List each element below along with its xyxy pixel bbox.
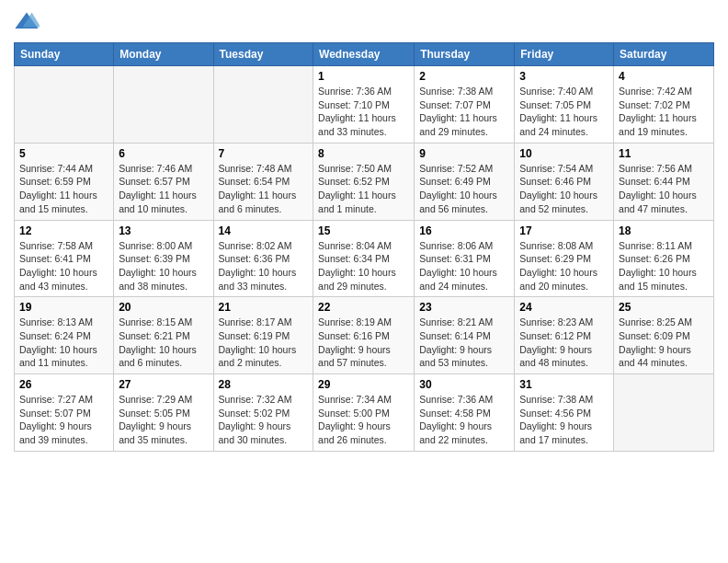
calendar-cell: 18Sunrise: 8:11 AM Sunset: 6:26 PM Dayli… [614,220,714,297]
calendar-cell: 5Sunrise: 7:44 AM Sunset: 6:59 PM Daylig… [15,143,114,220]
day-number: 2 [419,70,509,83]
logo [14,9,43,35]
calendar-cell: 25Sunrise: 8:25 AM Sunset: 6:09 PM Dayli… [614,297,714,374]
calendar-cell: 6Sunrise: 7:46 AM Sunset: 6:57 PM Daylig… [114,143,213,220]
calendar-cell: 15Sunrise: 8:04 AM Sunset: 6:34 PM Dayli… [313,220,415,297]
day-info: Sunrise: 8:23 AM Sunset: 6:12 PM Dayligh… [519,316,609,370]
day-info: Sunrise: 7:46 AM Sunset: 6:57 PM Dayligh… [119,162,208,216]
calendar-cell: 22Sunrise: 8:19 AM Sunset: 6:16 PM Dayli… [313,297,415,374]
day-info: Sunrise: 7:32 AM Sunset: 5:02 PM Dayligh… [219,393,309,447]
day-number: 8 [318,147,409,160]
day-info: Sunrise: 7:38 AM Sunset: 7:07 PM Dayligh… [419,85,509,139]
calendar-header-sunday: Sunday [15,43,114,66]
day-info: Sunrise: 8:06 AM Sunset: 6:31 PM Dayligh… [419,239,509,293]
day-number: 15 [318,224,409,237]
day-info: Sunrise: 7:42 AM Sunset: 7:02 PM Dayligh… [619,85,709,139]
calendar-cell: 30Sunrise: 7:36 AM Sunset: 4:58 PM Dayli… [415,374,515,452]
day-number: 29 [318,378,409,391]
day-number: 6 [119,147,208,160]
calendar-cell: 17Sunrise: 8:08 AM Sunset: 6:29 PM Dayli… [515,220,614,297]
day-number: 25 [619,301,709,314]
day-info: Sunrise: 7:36 AM Sunset: 7:10 PM Dayligh… [318,85,409,139]
day-info: Sunrise: 7:44 AM Sunset: 6:59 PM Dayligh… [19,162,108,216]
day-number: 31 [519,378,609,391]
day-info: Sunrise: 7:27 AM Sunset: 5:07 PM Dayligh… [19,393,108,447]
day-info: Sunrise: 8:08 AM Sunset: 6:29 PM Dayligh… [519,239,609,293]
day-number: 4 [619,70,709,83]
day-info: Sunrise: 8:25 AM Sunset: 6:09 PM Dayligh… [619,316,709,370]
calendar-header-row: SundayMondayTuesdayWednesdayThursdayFrid… [15,43,714,66]
day-info: Sunrise: 7:34 AM Sunset: 5:00 PM Dayligh… [318,393,409,447]
calendar-cell: 28Sunrise: 7:32 AM Sunset: 5:02 PM Dayli… [213,374,313,452]
day-number: 1 [318,70,409,83]
calendar-header-wednesday: Wednesday [313,43,415,66]
calendar-cell: 1Sunrise: 7:36 AM Sunset: 7:10 PM Daylig… [313,66,415,144]
day-number: 19 [19,301,108,314]
calendar-week-row: 19Sunrise: 8:13 AM Sunset: 6:24 PM Dayli… [15,297,714,374]
calendar-cell: 16Sunrise: 8:06 AM Sunset: 6:31 PM Dayli… [415,220,515,297]
calendar-header-saturday: Saturday [614,43,714,66]
calendar-cell [114,66,213,144]
day-number: 30 [419,378,509,391]
day-number: 10 [519,147,609,160]
day-number: 12 [19,224,108,237]
day-info: Sunrise: 8:21 AM Sunset: 6:14 PM Dayligh… [419,316,509,370]
calendar-cell: 31Sunrise: 7:38 AM Sunset: 4:56 PM Dayli… [515,374,614,452]
calendar-cell: 29Sunrise: 7:34 AM Sunset: 5:00 PM Dayli… [313,374,415,452]
day-info: Sunrise: 8:19 AM Sunset: 6:16 PM Dayligh… [318,316,409,370]
day-info: Sunrise: 8:00 AM Sunset: 6:39 PM Dayligh… [119,239,208,293]
day-number: 24 [519,301,609,314]
calendar: SundayMondayTuesdayWednesdayThursdayFrid… [14,42,714,452]
day-info: Sunrise: 8:04 AM Sunset: 6:34 PM Dayligh… [318,239,409,293]
calendar-header-thursday: Thursday [415,43,515,66]
day-number: 16 [419,224,509,237]
day-info: Sunrise: 8:02 AM Sunset: 6:36 PM Dayligh… [219,239,309,293]
day-number: 28 [219,378,309,391]
calendar-cell: 3Sunrise: 7:40 AM Sunset: 7:05 PM Daylig… [515,66,614,144]
day-number: 21 [219,301,309,314]
calendar-cell: 4Sunrise: 7:42 AM Sunset: 7:02 PM Daylig… [614,66,714,144]
day-info: Sunrise: 7:40 AM Sunset: 7:05 PM Dayligh… [519,85,609,139]
calendar-cell: 20Sunrise: 8:15 AM Sunset: 6:21 PM Dayli… [114,297,213,374]
day-number: 11 [619,147,709,160]
day-info: Sunrise: 7:58 AM Sunset: 6:41 PM Dayligh… [19,239,108,293]
calendar-week-row: 5Sunrise: 7:44 AM Sunset: 6:59 PM Daylig… [15,143,714,220]
day-info: Sunrise: 7:36 AM Sunset: 4:58 PM Dayligh… [419,393,509,447]
day-number: 18 [619,224,709,237]
calendar-cell: 12Sunrise: 7:58 AM Sunset: 6:41 PM Dayli… [15,220,114,297]
day-number: 14 [219,224,309,237]
day-number: 7 [219,147,309,160]
header [14,9,714,35]
day-number: 5 [19,147,108,160]
calendar-week-row: 1Sunrise: 7:36 AM Sunset: 7:10 PM Daylig… [15,66,714,144]
calendar-week-row: 26Sunrise: 7:27 AM Sunset: 5:07 PM Dayli… [15,374,714,452]
logo-icon [14,9,40,35]
day-info: Sunrise: 7:56 AM Sunset: 6:44 PM Dayligh… [619,162,709,216]
page: SundayMondayTuesdayWednesdayThursdayFrid… [0,0,728,461]
day-info: Sunrise: 7:29 AM Sunset: 5:05 PM Dayligh… [119,393,208,447]
day-number: 17 [519,224,609,237]
day-number: 22 [318,301,409,314]
calendar-cell: 14Sunrise: 8:02 AM Sunset: 6:36 PM Dayli… [213,220,313,297]
day-number: 9 [419,147,509,160]
calendar-cell [15,66,114,144]
calendar-cell: 7Sunrise: 7:48 AM Sunset: 6:54 PM Daylig… [213,143,313,220]
calendar-cell: 24Sunrise: 8:23 AM Sunset: 6:12 PM Dayli… [515,297,614,374]
calendar-cell: 19Sunrise: 8:13 AM Sunset: 6:24 PM Dayli… [15,297,114,374]
calendar-cell: 21Sunrise: 8:17 AM Sunset: 6:19 PM Dayli… [213,297,313,374]
calendar-header-tuesday: Tuesday [213,43,313,66]
day-info: Sunrise: 8:15 AM Sunset: 6:21 PM Dayligh… [119,316,208,370]
calendar-cell: 26Sunrise: 7:27 AM Sunset: 5:07 PM Dayli… [15,374,114,452]
day-info: Sunrise: 8:11 AM Sunset: 6:26 PM Dayligh… [619,239,709,293]
day-info: Sunrise: 8:13 AM Sunset: 6:24 PM Dayligh… [19,316,108,370]
calendar-cell: 13Sunrise: 8:00 AM Sunset: 6:39 PM Dayli… [114,220,213,297]
day-number: 3 [519,70,609,83]
day-info: Sunrise: 8:17 AM Sunset: 6:19 PM Dayligh… [219,316,309,370]
calendar-cell: 9Sunrise: 7:52 AM Sunset: 6:49 PM Daylig… [415,143,515,220]
day-number: 23 [419,301,509,314]
calendar-cell: 2Sunrise: 7:38 AM Sunset: 7:07 PM Daylig… [415,66,515,144]
day-number: 27 [119,378,208,391]
day-number: 13 [119,224,208,237]
day-info: Sunrise: 7:52 AM Sunset: 6:49 PM Dayligh… [419,162,509,216]
calendar-cell: 10Sunrise: 7:54 AM Sunset: 6:46 PM Dayli… [515,143,614,220]
